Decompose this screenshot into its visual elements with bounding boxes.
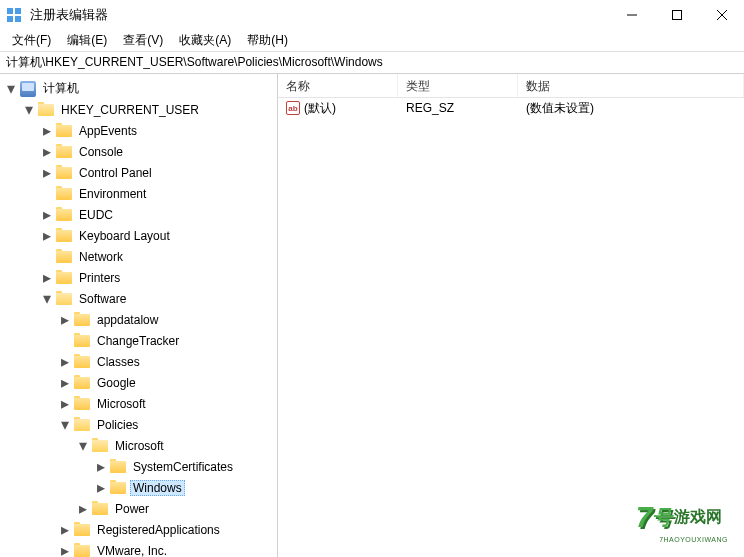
menu-edit[interactable]: 编辑(E) <box>59 30 115 51</box>
tree-node[interactable]: ▸Environment <box>36 183 277 204</box>
minimize-button[interactable] <box>609 0 654 30</box>
tree-node-software[interactable]: ▾Software <box>36 288 277 309</box>
tree-pane[interactable]: ▾ 计算机 ▾ HKEY_CURRENT_USER ▸AppEvents ▸Co <box>0 74 278 557</box>
column-type[interactable]: 类型 <box>398 74 518 97</box>
tree-node[interactable]: ▸AppEvents <box>36 120 277 141</box>
column-data[interactable]: 数据 <box>518 74 744 97</box>
folder-open-icon <box>74 419 90 431</box>
chevron-right-icon[interactable]: ▸ <box>40 271 54 285</box>
folder-open-icon <box>56 293 72 305</box>
folder-icon <box>74 335 90 347</box>
svg-rect-5 <box>672 11 681 20</box>
chevron-right-icon[interactable]: ▸ <box>58 376 72 390</box>
chevron-right-icon[interactable]: ▸ <box>40 229 54 243</box>
maximize-button[interactable] <box>654 0 699 30</box>
tree-label: RegisteredApplications <box>94 522 223 538</box>
tree-node[interactable]: ▸RegisteredApplications <box>54 519 277 540</box>
tree-label: Software <box>76 291 129 307</box>
tree-node-windows[interactable]: ▸Windows <box>90 477 277 498</box>
column-name[interactable]: 名称 <box>278 74 398 97</box>
tree-node[interactable]: ▸Classes <box>54 351 277 372</box>
tree-node[interactable]: ▸Power <box>72 498 277 519</box>
value-name-cell: ab (默认) <box>278 100 398 117</box>
folder-open-icon <box>38 104 54 116</box>
chevron-right-icon[interactable]: ▸ <box>58 355 72 369</box>
chevron-down-icon[interactable]: ▾ <box>76 439 90 453</box>
tree-label: Control Panel <box>76 165 155 181</box>
chevron-right-icon[interactable]: ▸ <box>40 208 54 222</box>
tree-node[interactable]: ▸ChangeTracker <box>54 330 277 351</box>
close-button[interactable] <box>699 0 744 30</box>
value-data: (数值未设置) <box>518 100 744 117</box>
menu-help[interactable]: 帮助(H) <box>239 30 296 51</box>
tree-node[interactable]: ▸VMware, Inc. <box>54 540 277 557</box>
folder-icon <box>56 125 72 137</box>
folder-icon <box>110 482 126 494</box>
tree-node[interactable]: ▸SystemCertificates <box>90 456 277 477</box>
tree-node[interactable]: ▸Keyboard Layout <box>36 225 277 246</box>
tree-label: Google <box>94 375 139 391</box>
chevron-right-icon[interactable]: ▸ <box>40 124 54 138</box>
folder-icon <box>56 188 72 200</box>
tree-label: SystemCertificates <box>130 459 236 475</box>
tree-label: Console <box>76 144 126 160</box>
tree-node-policies[interactable]: ▾Policies <box>54 414 277 435</box>
list-header: 名称 类型 数据 <box>278 74 744 98</box>
tree-label: Policies <box>94 417 141 433</box>
chevron-down-icon[interactable]: ▾ <box>22 103 36 117</box>
chevron-right-icon[interactable]: ▸ <box>76 502 90 516</box>
tree-label: HKEY_CURRENT_USER <box>58 102 202 118</box>
tree-node[interactable]: ▸EUDC <box>36 204 277 225</box>
menu-view[interactable]: 查看(V) <box>115 30 171 51</box>
tree-node[interactable]: ▸Network <box>36 246 277 267</box>
chevron-right-icon[interactable]: ▸ <box>40 145 54 159</box>
tree-label: ChangeTracker <box>94 333 182 349</box>
chevron-right-icon[interactable]: ▸ <box>94 460 108 474</box>
string-value-icon: ab <box>286 101 300 115</box>
window-controls <box>609 0 744 30</box>
window-title: 注册表编辑器 <box>30 6 609 24</box>
folder-icon <box>56 167 72 179</box>
chevron-right-icon[interactable]: ▸ <box>40 166 54 180</box>
tree-node[interactable]: ▸Console <box>36 141 277 162</box>
svg-rect-0 <box>7 8 13 14</box>
folder-icon <box>74 314 90 326</box>
menu-favorites[interactable]: 收藏夹(A) <box>171 30 239 51</box>
tree-label: Environment <box>76 186 149 202</box>
chevron-right-icon[interactable]: ▸ <box>58 313 72 327</box>
folder-icon <box>56 146 72 158</box>
chevron-right-icon[interactable]: ▸ <box>58 544 72 558</box>
list-row[interactable]: ab (默认) REG_SZ (数值未设置) <box>278 98 744 118</box>
tree-label-selected: Windows <box>130 480 185 496</box>
chevron-down-icon[interactable]: ▾ <box>58 418 72 432</box>
tree-node[interactable]: ▸Control Panel <box>36 162 277 183</box>
folder-icon <box>74 377 90 389</box>
menu-file[interactable]: 文件(F) <box>4 30 59 51</box>
tree-node[interactable]: ▸Printers <box>36 267 277 288</box>
tree-node[interactable]: ▸appdatalow <box>54 309 277 330</box>
tree-node-hkcu[interactable]: ▾ HKEY_CURRENT_USER <box>18 99 277 120</box>
tree-label: Network <box>76 249 126 265</box>
value-type: REG_SZ <box>398 101 518 115</box>
svg-rect-3 <box>15 16 21 22</box>
app-icon <box>6 7 22 23</box>
chevron-right-icon[interactable]: ▸ <box>58 397 72 411</box>
content-area: ▾ 计算机 ▾ HKEY_CURRENT_USER ▸AppEvents ▸Co <box>0 74 744 557</box>
tree-node[interactable]: ▸Microsoft <box>54 393 277 414</box>
tree-label: Microsoft <box>112 438 167 454</box>
values-pane[interactable]: 名称 类型 数据 ab (默认) REG_SZ (数值未设置) <box>278 74 744 557</box>
folder-icon <box>110 461 126 473</box>
address-bar[interactable]: 计算机\HKEY_CURRENT_USER\Software\Policies\… <box>0 52 744 74</box>
tree-node[interactable]: ▸Google <box>54 372 277 393</box>
chevron-down-icon[interactable]: ▾ <box>4 82 18 96</box>
chevron-down-icon[interactable]: ▾ <box>40 292 54 306</box>
chevron-right-icon[interactable]: ▸ <box>58 523 72 537</box>
folder-icon <box>74 524 90 536</box>
tree-node-microsoft[interactable]: ▾Microsoft <box>72 435 277 456</box>
chevron-right-icon[interactable]: ▸ <box>94 481 108 495</box>
tree-label: appdatalow <box>94 312 161 328</box>
tree-node-computer[interactable]: ▾ 计算机 <box>0 78 277 99</box>
tree-label: VMware, Inc. <box>94 543 170 558</box>
folder-icon <box>74 398 90 410</box>
svg-rect-1 <box>15 8 21 14</box>
